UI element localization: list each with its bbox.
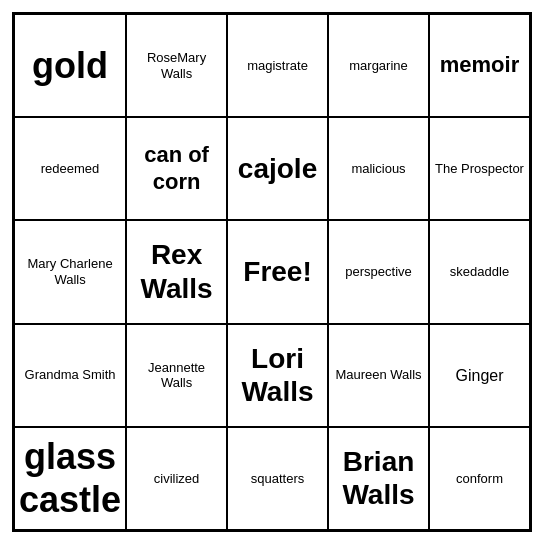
cell-r1c1: can of corn — [126, 117, 227, 220]
cell-label-r3c4: Ginger — [455, 366, 503, 385]
cell-label-r1c4: The Prospector — [435, 161, 524, 177]
cell-label-r4c1: civilized — [154, 471, 200, 487]
cell-r4c1: civilized — [126, 427, 227, 530]
cell-label-r2c2: Free! — [243, 255, 311, 289]
cell-label-r1c2: cajole — [238, 152, 317, 186]
cell-r3c3: Maureen Walls — [328, 324, 429, 427]
cell-r3c0: Grandma Smith — [14, 324, 126, 427]
cell-r3c2: Lori Walls — [227, 324, 328, 427]
cell-label-r0c0: gold — [32, 44, 108, 87]
cell-r0c1: RoseMary Walls — [126, 14, 227, 117]
cell-label-r2c0: Mary Charlene Walls — [19, 256, 121, 287]
cell-label-r2c4: skedaddle — [450, 264, 509, 280]
cell-label-r0c3: margarine — [349, 58, 408, 74]
cell-label-r1c0: redeemed — [41, 161, 100, 177]
cell-label-r3c2: Lori Walls — [232, 342, 323, 409]
cell-label-r0c2: magistrate — [247, 58, 308, 74]
cell-r1c3: malicious — [328, 117, 429, 220]
cell-label-r1c3: malicious — [351, 161, 405, 177]
cell-label-r4c3: Brian Walls — [333, 445, 424, 512]
cell-label-r3c3: Maureen Walls — [335, 367, 421, 383]
cell-r2c3: perspective — [328, 220, 429, 323]
cell-label-r0c1: RoseMary Walls — [131, 50, 222, 81]
cell-label-r4c0: glass castle — [19, 435, 121, 521]
cell-r1c4: The Prospector — [429, 117, 530, 220]
cell-r4c3: Brian Walls — [328, 427, 429, 530]
cell-r4c4: conform — [429, 427, 530, 530]
cell-label-r3c1: Jeannette Walls — [131, 360, 222, 391]
cell-label-r2c1: Rex Walls — [131, 238, 222, 305]
cell-r1c2: cajole — [227, 117, 328, 220]
cell-r0c3: margarine — [328, 14, 429, 117]
cell-r0c4: memoir — [429, 14, 530, 117]
cell-label-r3c0: Grandma Smith — [25, 367, 116, 383]
cell-r3c1: Jeannette Walls — [126, 324, 227, 427]
cell-r0c2: magistrate — [227, 14, 328, 117]
cell-label-r0c4: memoir — [440, 52, 519, 78]
cell-r2c2: Free! — [227, 220, 328, 323]
cell-r4c2: squatters — [227, 427, 328, 530]
cell-r1c0: redeemed — [14, 117, 126, 220]
cell-r4c0: glass castle — [14, 427, 126, 530]
cell-label-r4c2: squatters — [251, 471, 304, 487]
cell-r2c1: Rex Walls — [126, 220, 227, 323]
cell-r2c0: Mary Charlene Walls — [14, 220, 126, 323]
cell-r3c4: Ginger — [429, 324, 530, 427]
cell-label-r2c3: perspective — [345, 264, 411, 280]
cell-label-r1c1: can of corn — [131, 142, 222, 195]
bingo-board: goldRoseMary Wallsmagistratemargarinemem… — [12, 12, 532, 532]
cell-label-r4c4: conform — [456, 471, 503, 487]
cell-r2c4: skedaddle — [429, 220, 530, 323]
cell-r0c0: gold — [14, 14, 126, 117]
